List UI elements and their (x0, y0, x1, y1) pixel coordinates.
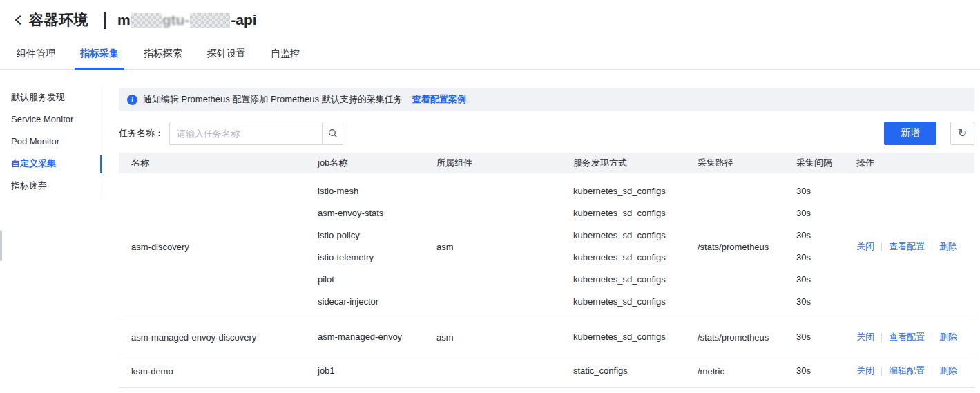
view-config-action-link[interactable]: 查看配置 (889, 240, 925, 253)
cell-actions: 关闭编辑配置删除 (856, 360, 974, 382)
job-name: istio-mesh (318, 180, 430, 202)
scrape-interval: 30s (796, 202, 849, 224)
table-header-row: 名称job名称所属组件服务发现方式采集路径采集间隔操作 (119, 153, 974, 173)
chevron-left-icon (12, 14, 25, 26)
info-banner: i 通知编辑 Prometheus 配置添加 Prometheus 默认支持的采… (119, 88, 974, 111)
environment-name: m gtu- -api (117, 12, 257, 28)
action-separator (932, 367, 932, 376)
sidebar-item-metric-deprecation[interactable]: 指标废弃 (0, 175, 102, 197)
view-config-action-link[interactable]: 查看配置 (889, 331, 925, 343)
search-group (169, 122, 343, 145)
table-body: asm-discoveryistio-meshasm-envoy-statsis… (119, 173, 974, 388)
action-separator (881, 367, 882, 376)
delete-action-link[interactable]: 删除 (939, 240, 957, 253)
cell-actions: 关闭查看配置删除 (856, 326, 974, 348)
cell-scrape-interval: 30s (796, 326, 856, 348)
sd-config-type: static_configs (573, 360, 691, 382)
job-name: asm-envoy-stats (318, 202, 430, 224)
refresh-icon: ↻ (958, 128, 967, 139)
sidebar-item-custom-collection[interactable]: 自定义采集 (0, 153, 102, 175)
task-name-label: 任务名称： (119, 127, 164, 140)
tab-metric-explore[interactable]: 指标探索 (144, 48, 182, 69)
refresh-button[interactable]: ↻ (950, 122, 974, 145)
info-icon: i (127, 95, 137, 105)
cell-scrape-interval: 30s30s30s30s30s30s (796, 180, 856, 313)
cell-service-discovery: kubernetes_sd_configskubernetes_sd_confi… (573, 180, 698, 313)
cell-job-names: istio-meshasm-envoy-statsistio-policyist… (318, 180, 436, 313)
tab-bar: 组件管理指标采集指标探索探针设置自监控 (0, 40, 980, 70)
content: 默认服务发现Service MonitorPod Monitor自定义采集指标废… (0, 70, 980, 388)
table-row: asm-managed-envoy-discoveryasm-managed-e… (119, 320, 974, 354)
env-name-mid: gtu- (162, 12, 190, 28)
column-header: job名称 (318, 157, 436, 169)
cell-task-name: asm-discovery (131, 180, 318, 313)
sd-config-type: kubernetes_sd_configs (573, 269, 691, 291)
column-header: 名称 (131, 157, 318, 169)
filter-row: 任务名称： 新增 ↻ (119, 122, 974, 145)
cell-component (436, 360, 573, 382)
cell-metrics-path: /stats/prometheus (698, 326, 796, 348)
column-header: 所属组件 (436, 157, 573, 169)
job-name: pilot (318, 269, 430, 291)
back-button[interactable] (12, 14, 25, 26)
scrape-interval: 30s (796, 180, 849, 202)
view-config-example-link[interactable]: 查看配置案例 (412, 93, 466, 106)
scrape-interval: 30s (796, 224, 849, 247)
sd-config-type: kubernetes_sd_configs (573, 202, 691, 224)
env-name-prefix: m (117, 12, 131, 28)
sd-config-type: kubernetes_sd_configs (573, 291, 691, 313)
cell-metrics-path: /metric (698, 360, 796, 382)
cell-task-name: asm-managed-envoy-discovery (131, 326, 318, 348)
column-header: 服务发现方式 (573, 157, 698, 169)
sd-config-type: kubernetes_sd_configs (573, 326, 691, 348)
cell-service-discovery: kubernetes_sd_configs (573, 326, 698, 348)
search-button[interactable] (323, 122, 343, 145)
page-header: 容器环境 m gtu- -api (0, 0, 980, 40)
close-action-link[interactable]: 关闭 (856, 331, 874, 343)
cell-job-names: asm-managed-envoy (318, 326, 436, 348)
job-name: job1 (318, 360, 430, 382)
scrollbar-thumb[interactable] (0, 230, 2, 261)
cell-service-discovery: static_configs (573, 360, 698, 382)
scrape-interval: 30s (796, 247, 849, 269)
action-separator (932, 333, 932, 342)
tab-self-monitoring[interactable]: 自监控 (271, 48, 300, 69)
banner-text: 通知编辑 Prometheus 配置添加 Prometheus 默认支持的采集任… (143, 93, 403, 106)
action-separator (881, 242, 882, 251)
scrape-interval: 30s (796, 291, 849, 313)
search-icon (328, 128, 338, 138)
close-action-link[interactable]: 关闭 (856, 240, 874, 253)
cell-component: asm (436, 180, 573, 313)
job-name: asm-managed-envoy (318, 326, 430, 348)
sidebar-item-pod-monitor[interactable]: Pod Monitor (0, 131, 102, 153)
tab-component-management[interactable]: 组件管理 (17, 48, 55, 69)
edit-config-action-link[interactable]: 编辑配置 (889, 365, 925, 377)
table-row: asm-discoveryistio-meshasm-envoy-statsis… (119, 173, 974, 320)
add-button[interactable]: 新增 (884, 122, 936, 145)
task-name-input[interactable] (169, 122, 323, 145)
close-action-link[interactable]: 关闭 (856, 365, 874, 377)
page-title: 容器环境 (29, 10, 88, 30)
cell-component: asm (436, 326, 573, 348)
sidebar-item-default-service-discovery[interactable]: 默认服务发现 (0, 86, 102, 108)
action-separator (932, 242, 932, 251)
cell-job-names: job1 (318, 360, 436, 382)
tab-probe-settings[interactable]: 探针设置 (207, 48, 246, 69)
cell-scrape-interval: 30s (796, 360, 856, 382)
sd-config-type: kubernetes_sd_configs (573, 247, 691, 269)
delete-action-link[interactable]: 删除 (939, 365, 957, 377)
action-separator (881, 333, 882, 342)
scrape-interval: 30s (796, 269, 849, 291)
scrape-interval: 30s (796, 326, 849, 348)
collection-tasks-table: 名称job名称所属组件服务发现方式采集路径采集间隔操作 asm-discover… (119, 153, 974, 388)
column-header: 采集路径 (698, 157, 796, 169)
sidebar-item-service-monitor[interactable]: Service Monitor (0, 108, 102, 131)
sd-config-type: kubernetes_sd_configs (573, 224, 691, 247)
table-row: ksm-demojob1static_configs/metric30s关闭编辑… (119, 354, 974, 388)
column-header: 操作 (856, 157, 974, 169)
page: 容器环境 m gtu- -api 组件管理指标采集指标探索探针设置自监控 默认服… (0, 0, 980, 393)
scrape-interval: 30s (796, 360, 849, 382)
tab-metric-collection[interactable]: 指标采集 (80, 48, 119, 69)
delete-action-link[interactable]: 删除 (939, 331, 957, 343)
job-name: istio-telemetry (318, 247, 430, 269)
